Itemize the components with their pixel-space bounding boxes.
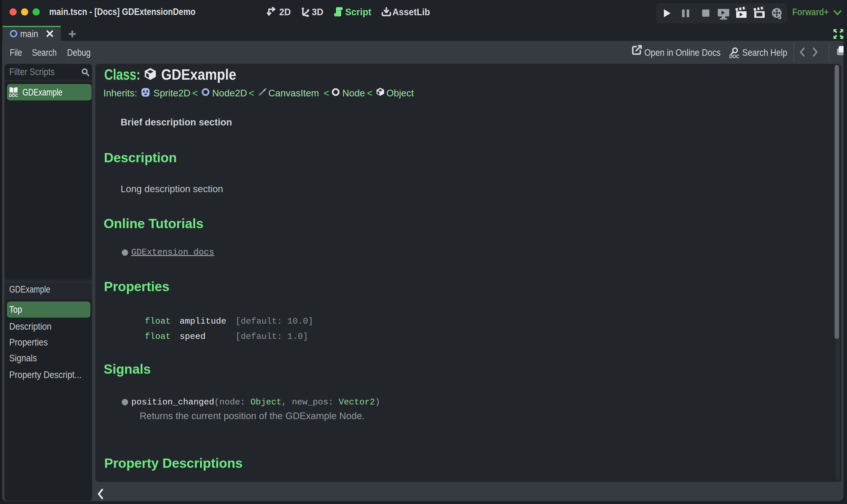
svg-text:DOC: DOC: [729, 54, 739, 59]
svg-text:DOC: DOC: [9, 93, 18, 97]
